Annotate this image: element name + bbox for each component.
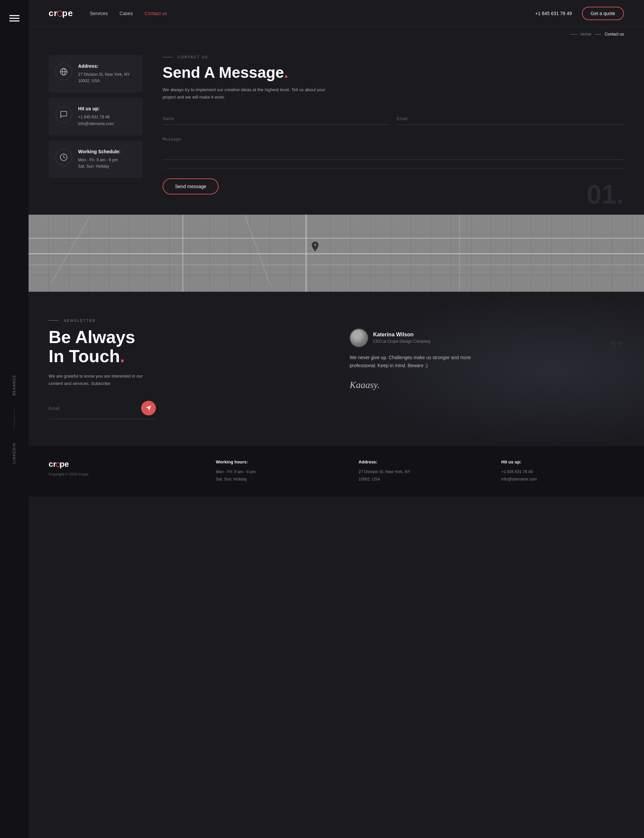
map-road-h1 bbox=[28, 238, 644, 239]
form-divider bbox=[163, 168, 624, 168]
header-phone: +1 845 631 78 49 bbox=[535, 11, 572, 16]
email-row bbox=[49, 401, 156, 419]
sidebar-behance[interactable]: BEHANCE bbox=[12, 375, 16, 395]
map-road-v3 bbox=[459, 215, 460, 292]
breadcrumb-home[interactable]: Home bbox=[581, 32, 591, 36]
testimonial-role: CEO at Crope Design Company bbox=[373, 339, 430, 344]
nav-contact[interactable]: Contact us bbox=[145, 11, 167, 16]
testimonial-text: We never give up. Challenges make us str… bbox=[350, 354, 477, 370]
map-road-v1 bbox=[182, 215, 183, 292]
breadcrumb-current: Contact us bbox=[605, 32, 624, 36]
info-cards: Address: 27 Division St, New York, NY100… bbox=[49, 55, 143, 194]
footer-hours-col: Working hours: Mon - Fri: 9 am - 6 pmSat… bbox=[216, 459, 338, 483]
testimonial-meta: Katerina Wilson CEO at Crope Design Comp… bbox=[373, 332, 430, 344]
sidebar: BEHANCE LINKEDIN bbox=[0, 0, 28, 497]
contact-section-wrapper: Address: 27 Division St, New York, NY100… bbox=[28, 41, 644, 215]
contact-form-area: CONTACT US Send A Message. We always try… bbox=[163, 55, 624, 194]
nav-services[interactable]: Services bbox=[90, 11, 108, 16]
header-left: crpe Services Cases Contact us bbox=[49, 8, 167, 18]
footer-address-title: Address: bbox=[359, 459, 481, 465]
phone-card: Hit us up: +1 845 631 78 49info@sitename… bbox=[49, 98, 143, 135]
phone-content: Hit us up: +1 845 631 78 49info@sitename… bbox=[78, 106, 113, 127]
newsletter-email-input[interactable] bbox=[49, 406, 141, 411]
send-message-button[interactable]: Send message bbox=[163, 178, 219, 194]
header-right: +1 845 631 78 49 Get a quote bbox=[535, 7, 624, 20]
sidebar-logo-lines bbox=[9, 13, 20, 23]
contact-label-text: CONTACT US bbox=[178, 55, 208, 59]
newsletter-label-line bbox=[49, 320, 59, 320]
footer-contact-col: Hit us up: +1 845 631 78 49info@sitename… bbox=[501, 459, 624, 483]
footer-logo-icon bbox=[56, 462, 60, 467]
sidebar-social: BEHANCE LINKEDIN bbox=[12, 375, 16, 463]
email-input[interactable] bbox=[397, 113, 624, 125]
quote-mark-icon: ” bbox=[609, 335, 624, 369]
label-line bbox=[163, 57, 172, 58]
footer-hours-title: Working hours: bbox=[216, 459, 338, 465]
address-content: Address: 27 Division St, New York, NY100… bbox=[78, 63, 130, 84]
map-road-h3 bbox=[28, 265, 644, 265]
breadcrumb: Home Contact us bbox=[28, 27, 644, 41]
footer-contact-title: Hit us up: bbox=[501, 459, 624, 465]
schedule-text: Mon - Fri: 9 am - 6 pmSat, Sun: Holiday bbox=[78, 157, 121, 170]
nav: Services Cases Contact us bbox=[90, 11, 167, 16]
contact-title-text: Send A Message bbox=[163, 64, 284, 81]
newsletter-label: NEWSLETTER bbox=[49, 319, 323, 323]
globe-icon bbox=[55, 63, 72, 80]
map-road-h2 bbox=[28, 253, 644, 255]
testimonial-signature: Kaaasy. bbox=[350, 380, 624, 390]
sidebar-divider bbox=[14, 409, 15, 429]
message-input[interactable] bbox=[163, 133, 624, 160]
newsletter-title: Be AlwaysIn Touch. bbox=[49, 328, 323, 366]
phone-text: +1 845 631 78 49info@sitename.com bbox=[78, 114, 113, 127]
schedule-content: Working Schedule: Mon - Fri: 9 am - 6 pm… bbox=[78, 149, 121, 170]
newsletter-section: NEWSLETTER Be AlwaysIn Touch. We are gra… bbox=[28, 292, 644, 446]
contact-section-label: CONTACT US bbox=[163, 55, 624, 59]
chat-icon bbox=[55, 106, 72, 123]
schedule-card: Working Schedule: Mon - Fri: 9 am - 6 pm… bbox=[49, 141, 143, 178]
map-background bbox=[28, 215, 644, 292]
footer-address-col: Address: 27 Division St, New York, NY100… bbox=[359, 459, 481, 483]
footer-address-text: 27 Division St, New York, NY10002, USA bbox=[359, 468, 481, 483]
footer-logo[interactable]: crpe bbox=[49, 459, 196, 469]
testimonial-card: Katerina Wilson CEO at Crope Design Comp… bbox=[350, 322, 624, 398]
map-pin bbox=[312, 242, 319, 253]
breadcrumb-line-1 bbox=[570, 34, 577, 35]
name-input[interactable] bbox=[163, 113, 390, 125]
newsletter-submit-button[interactable] bbox=[141, 401, 156, 416]
section-number: 01. bbox=[586, 181, 624, 208]
testimonial-header: Katerina Wilson CEO at Crope Design Comp… bbox=[350, 329, 624, 347]
schedule-title: Working Schedule: bbox=[78, 149, 121, 154]
footer-hours-text: Mon - Fri: 9 am - 6 pmSat, Sun: Holiday bbox=[216, 468, 338, 483]
newsletter-right: Katerina Wilson CEO at Crope Design Comp… bbox=[350, 319, 624, 398]
footer: crpe Copyright © 2020 Crope. Working hou… bbox=[28, 446, 644, 496]
main-content: crpe Services Cases Contact us +1 845 63… bbox=[28, 0, 644, 497]
newsletter-label-text: NEWSLETTER bbox=[64, 319, 95, 323]
logo[interactable]: crpe bbox=[49, 8, 73, 18]
address-text: 27 Division St, New York, NY10002, USA bbox=[78, 71, 130, 84]
testimonial-avatar bbox=[350, 329, 368, 347]
footer-contact-text: +1 845 631 78 49info@sitename.com bbox=[501, 468, 624, 483]
address-title: Address: bbox=[78, 63, 130, 69]
send-arrow-icon bbox=[146, 405, 151, 411]
testimonial-name: Katerina Wilson bbox=[373, 332, 430, 338]
newsletter-dot: . bbox=[120, 347, 125, 366]
footer-logo-col: crpe Copyright © 2020 Crope. bbox=[49, 459, 196, 476]
phone-title: Hit us up: bbox=[78, 106, 113, 111]
form-name-email-row bbox=[163, 113, 624, 125]
logo-icon bbox=[57, 11, 63, 17]
nav-cases[interactable]: Cases bbox=[120, 11, 133, 16]
contact-title-dot: . bbox=[284, 64, 288, 81]
sidebar-linkedin[interactable]: LINKEDIN bbox=[12, 443, 16, 463]
avatar-image bbox=[350, 329, 368, 347]
breadcrumb-line-2 bbox=[595, 34, 601, 35]
contact-section: Address: 27 Division St, New York, NY100… bbox=[28, 41, 644, 215]
address-card: Address: 27 Division St, New York, NY100… bbox=[49, 55, 143, 92]
contact-title: Send A Message. bbox=[163, 64, 624, 81]
map-road-v2 bbox=[306, 215, 307, 292]
contact-description: We always try to implement our creative … bbox=[163, 86, 330, 101]
header: crpe Services Cases Contact us +1 845 63… bbox=[28, 0, 644, 27]
newsletter-left: NEWSLETTER Be AlwaysIn Touch. We are gra… bbox=[49, 319, 323, 419]
svg-point-4 bbox=[314, 243, 317, 246]
get-quote-button[interactable]: Get a quote bbox=[582, 7, 624, 20]
footer-copyright: Copyright © 2020 Crope. bbox=[49, 472, 196, 476]
